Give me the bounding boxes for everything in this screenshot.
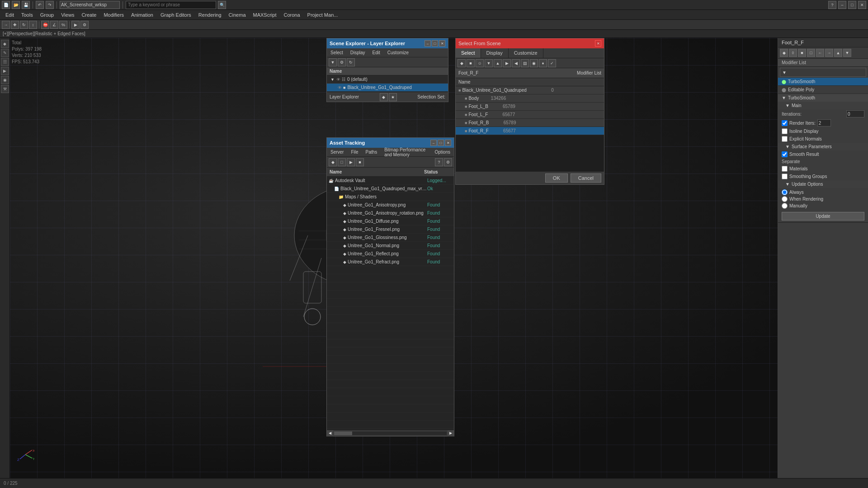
sidebar-create-icon[interactable]: ◆ <box>1 40 9 48</box>
se-menu-customize[interactable]: Customize <box>384 49 412 56</box>
sidebar-display-icon[interactable]: ◉ <box>1 76 9 84</box>
at-btn3[interactable]: ▶ <box>347 158 355 166</box>
minimize-btn[interactable]: – <box>838 1 846 9</box>
viewport[interactable]: Go 1 Total Polys: 397 198 Verts: 210 533 <box>10 38 868 478</box>
se-menu-display[interactable]: Display <box>347 49 369 56</box>
menu-animation[interactable]: Animation <box>127 11 157 19</box>
render-iters-input[interactable] <box>817 119 831 127</box>
radio-always-input[interactable] <box>782 189 788 195</box>
scroll-track[interactable] <box>334 432 447 435</box>
sl-row-foot-lb[interactable]: ■ Foot_L_B 65789 <box>456 103 604 111</box>
menu-cinema[interactable]: Cinema <box>225 11 250 19</box>
turbosmooth-section-header[interactable]: ▼ TurboSmooth <box>778 94 868 102</box>
update-button[interactable]: Update <box>782 212 864 221</box>
at-row-anisotropy-rot[interactable]: ◆ Unitree_Go1_Anisotropy_rotation.png Fo… <box>327 209 454 217</box>
se-filter-btn[interactable]: ▼ <box>329 58 337 66</box>
at-menu-bitmap[interactable]: Bitmap Performance and Memory <box>381 146 431 158</box>
open-file-btn[interactable]: 📂 <box>12 1 20 9</box>
menu-project-man[interactable]: Project Man... <box>304 11 342 19</box>
render-iters-checkbox[interactable] <box>782 120 788 126</box>
mod-tool-8[interactable]: ▼ <box>843 49 851 57</box>
menu-views[interactable]: Views <box>57 11 78 19</box>
se-menu-edit[interactable]: Edit <box>369 49 384 56</box>
isoline-checkbox[interactable] <box>782 128 788 134</box>
menu-group[interactable]: Group <box>37 11 58 19</box>
ok-button[interactable]: OK <box>545 174 568 183</box>
sfs-btn4[interactable]: ▼ <box>485 59 493 67</box>
se-refresh-btn[interactable]: ↻ <box>347 58 355 66</box>
at-help-btn[interactable]: ? <box>435 158 443 166</box>
at-btn4[interactable]: ■ <box>356 158 364 166</box>
mod-tool-1[interactable]: ◆ <box>780 49 788 57</box>
sidebar-motion-icon[interactable]: ▶ <box>1 67 9 75</box>
mod-tool-6[interactable]: → <box>825 49 833 57</box>
radio-manually-input[interactable] <box>782 203 788 209</box>
rotate-btn[interactable]: ↻ <box>20 21 28 29</box>
sfs-btn6[interactable]: ▶ <box>503 59 511 67</box>
search-input[interactable] <box>126 1 216 9</box>
menu-corona[interactable]: Corona <box>280 11 303 19</box>
se-black-unitree[interactable]: 👁 ■ Black_Unitree_Go1_Quadruped <box>327 84 448 92</box>
scene-explorer-minimize-btn[interactable]: – <box>425 40 431 47</box>
at-row-fresnel[interactable]: ◆ Unitree_Go1_Fresnel.png Found <box>327 225 454 234</box>
at-row-diffuse[interactable]: ◆ Unitree_Go1_Diffuse.png Found <box>327 217 454 225</box>
tab-select[interactable]: Select <box>456 48 481 58</box>
surface-params-header[interactable]: ▼ Surface Parameters <box>778 143 868 150</box>
menu-create[interactable]: Create <box>78 11 100 19</box>
menu-rendering[interactable]: Rendering <box>195 11 225 19</box>
scale-btn[interactable]: ↕ <box>29 21 37 29</box>
at-close-btn[interactable]: ✕ <box>445 140 451 146</box>
menu-tools[interactable]: Tools <box>18 11 37 19</box>
sfs-btn3[interactable]: ☺ <box>476 59 484 67</box>
radio-when-rendering-input[interactable] <box>782 196 788 202</box>
smooth-result-checkbox[interactable] <box>782 151 788 157</box>
se-layer-0[interactable]: ▼ 👁 ☷ 0 (default) <box>327 75 448 84</box>
select-from-scene-close-btn[interactable]: ✕ <box>595 40 601 47</box>
sfs-btn1[interactable]: ◆ <box>458 59 466 67</box>
update-options-header[interactable]: ▼ Update Options <box>778 180 868 188</box>
menu-edit[interactable]: Edit <box>2 11 18 19</box>
search-icon[interactable]: 🔍 <box>218 1 226 9</box>
iterations-input[interactable] <box>846 110 864 117</box>
render-setup-btn[interactable]: ⚙ <box>80 21 89 29</box>
sidebar-hierarchy-icon[interactable]: ☷ <box>1 58 9 66</box>
at-menu-server[interactable]: Server <box>327 149 347 155</box>
sfs-btn2[interactable]: ■ <box>467 59 475 67</box>
modifier-item-turbosmooth[interactable]: ⬤ TurboSmooth <box>778 78 868 86</box>
workspace-dropdown[interactable] <box>60 1 120 9</box>
se-settings-btn[interactable]: ⚙ <box>338 58 346 66</box>
at-menu-options[interactable]: Options <box>431 149 454 155</box>
at-row-reflect[interactable]: ◆ Unitree_Go1_Reflect.png Found <box>327 250 454 258</box>
sl-row-foot-rf[interactable]: ■ Foot_R_F 65677 <box>456 127 604 135</box>
mod-tool-4[interactable]: □ <box>807 49 815 57</box>
sl-row-foot-rb[interactable]: ■ Foot_R_B 65789 <box>456 119 604 127</box>
at-row-anisotropy[interactable]: ◆ Unitree_Go1_Anisotropy.png Found <box>327 201 454 209</box>
at-minimize-btn[interactable]: – <box>430 140 437 146</box>
at-row-vault[interactable]: ☕ Autodesk Vault Logged... <box>327 177 454 185</box>
at-row-maps[interactable]: 📁 Maps / Shaders <box>327 193 454 201</box>
at-row-max[interactable]: 📄 Black_Unitree_Go1_Quadruped_max_vray.m… <box>327 185 454 193</box>
maximize-btn[interactable]: □ <box>848 1 856 9</box>
at-btn1[interactable]: ◆ <box>329 158 337 166</box>
menu-modifiers[interactable]: Modifiers <box>100 11 127 19</box>
sidebar-utilities-icon[interactable]: ⚒ <box>1 85 9 93</box>
sfs-btn8[interactable]: ▤ <box>521 59 529 67</box>
tab-customize[interactable]: Customize <box>509 48 543 58</box>
mod-tool-2[interactable]: ◊ <box>789 49 797 57</box>
menu-graph-editors[interactable]: Graph Editors <box>157 11 195 19</box>
scene-explorer-close-btn[interactable]: ✕ <box>439 40 445 47</box>
sl-row-body[interactable]: ■ Body 134266 <box>456 94 604 103</box>
tab-display[interactable]: Display <box>481 48 509 58</box>
mod-tool-3[interactable]: ■ <box>798 49 806 57</box>
asset-horizontal-scrollbar[interactable]: ◀ ▶ <box>327 430 454 436</box>
move-btn[interactable]: ✚ <box>11 21 19 29</box>
scroll-thumb[interactable] <box>334 432 352 435</box>
se-menu-select[interactable]: Select <box>327 49 347 56</box>
render-btn[interactable]: ▶ <box>71 21 80 29</box>
at-row-normal[interactable]: ◆ Unitree_Go1_Normal.png Found <box>327 242 454 250</box>
sidebar-modify-icon[interactable]: ✎ <box>1 49 9 57</box>
scene-explorer-restore-btn[interactable]: □ <box>432 40 438 47</box>
materials-checkbox[interactable] <box>782 166 788 172</box>
at-row-refract[interactable]: ◆ Unitree_Go1_Refract.png Found <box>327 258 454 266</box>
redo-btn[interactable]: ↷ <box>46 1 54 9</box>
